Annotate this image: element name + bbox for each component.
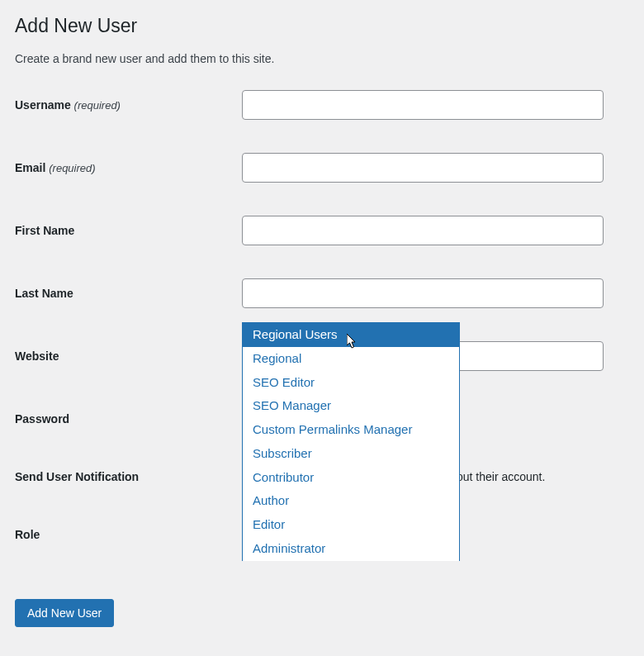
role-option[interactable]: Custom Permalinks Manager [243, 418, 459, 442]
email-row: Email (required) [15, 153, 629, 183]
role-option[interactable]: Subscriber [243, 442, 459, 466]
page-subtitle: Create a brand new user and add them to … [15, 52, 629, 65]
username-required: (required) [74, 99, 121, 112]
last-name-label: Last Name [15, 287, 242, 300]
email-label-text: Email [15, 161, 45, 174]
first-name-label: First Name [15, 224, 242, 237]
role-option[interactable]: SEO Editor [243, 371, 459, 395]
email-label: Email (required) [15, 161, 242, 174]
email-input[interactable] [242, 153, 604, 183]
role-option[interactable]: Regional [243, 347, 459, 371]
notification-label: Send User Notification [15, 470, 242, 483]
role-option[interactable]: SEO Manager [243, 394, 459, 418]
last-name-row: Last Name [15, 278, 629, 308]
username-row: Username (required) [15, 90, 629, 120]
website-label: Website [15, 349, 242, 363]
first-name-input[interactable] [242, 216, 604, 245]
email-required: (required) [49, 162, 95, 174]
notification-trailing-text: out their account. [457, 470, 545, 483]
first-name-row: First Name [15, 216, 629, 245]
role-option[interactable]: Author [243, 489, 459, 513]
add-new-user-button[interactable]: Add New User [15, 599, 114, 627]
username-input[interactable] [242, 90, 604, 120]
last-name-input[interactable] [242, 278, 604, 308]
role-option[interactable]: Contributor [243, 466, 459, 490]
username-label-text: Username [15, 98, 71, 112]
role-option[interactable]: Administrator [243, 537, 459, 561]
role-label: Role [15, 528, 242, 541]
role-option[interactable]: Editor [243, 513, 459, 537]
page-title: Add New User [15, 15, 629, 37]
role-option[interactable]: Regional Users [243, 323, 459, 347]
role-dropdown[interactable]: Regional UsersRegionalSEO EditorSEO Mana… [242, 322, 460, 561]
password-label: Password [15, 412, 242, 425]
username-label: Username (required) [15, 98, 242, 112]
